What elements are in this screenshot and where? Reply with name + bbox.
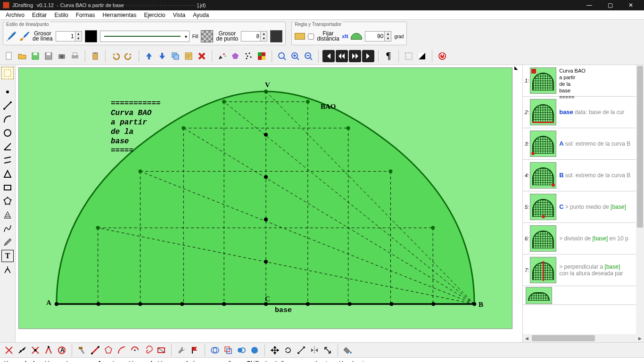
scroll-left-arrow[interactable]: ◀ [523, 334, 531, 342]
undo-button[interactable] [109, 50, 122, 62]
zoom-in-button[interactable] [289, 50, 301, 62]
close-button[interactable]: ✕ [620, 0, 641, 10]
tool-rect-red[interactable] [155, 344, 167, 356]
tool-arc2-red[interactable] [129, 344, 141, 356]
paste-button[interactable] [89, 50, 101, 62]
menu-archivo[interactable]: Archivo [2, 11, 28, 19]
ruler-icon[interactable] [295, 33, 305, 40]
tool-line-red[interactable] [89, 344, 101, 356]
tool-move[interactable] [269, 344, 281, 356]
nav-prev-button[interactable] [336, 50, 348, 62]
step-5[interactable]: 5: C > punto medio de [base] [523, 191, 644, 223]
open-button[interactable] [16, 50, 28, 62]
color-tool-button[interactable] [216, 50, 228, 62]
tool-intersect[interactable] [29, 344, 41, 356]
parallel-tool[interactable] [1, 154, 14, 166]
canvas-area[interactable]: =========== Curva BAO a partir de la bas… [16, 65, 522, 342]
move-up-button[interactable] [143, 50, 155, 62]
triangle-tool[interactable] [1, 168, 14, 180]
hatch-tool[interactable] [1, 209, 14, 221]
menu-estilo[interactable]: Estilo [50, 11, 72, 19]
menu-formas[interactable]: Formas [72, 11, 99, 19]
snapshot-button[interactable] [56, 50, 68, 62]
save-button[interactable] [29, 50, 41, 62]
copy-button[interactable] [169, 50, 182, 62]
step-6[interactable]: 6: > división de [base] en 10 p [523, 223, 644, 255]
eyedropper-icon[interactable]: 🖊️ [6, 31, 17, 41]
line-style-combo[interactable] [100, 31, 190, 42]
save-as-button[interactable] [42, 50, 55, 62]
shape-color-button[interactable] [229, 50, 241, 62]
zoom-out-button[interactable] [302, 50, 314, 62]
tool-mirror-v[interactable] [322, 344, 334, 356]
tool-circle-fill[interactable] [248, 344, 261, 356]
minimize-button[interactable]: — [579, 0, 600, 10]
tool-arc-red[interactable] [116, 344, 128, 356]
brush-icon[interactable]: 🖌️ [19, 31, 30, 41]
tool-wrench[interactable] [175, 344, 188, 356]
maximize-button[interactable]: ▢ [600, 0, 620, 10]
tool-offset[interactable] [222, 344, 234, 356]
step-2[interactable]: 2: base data: base de la cur [523, 97, 644, 128]
rectangle-tool[interactable] [1, 181, 14, 194]
line-thickness-spinner[interactable]: ▲▼ [56, 31, 82, 41]
steps-scrollbar-horizontal[interactable]: ◀ ▶ [523, 334, 644, 342]
tool-circles-blue[interactable] [235, 344, 248, 356]
drawing-canvas[interactable]: =========== Curva BAO a partir de la bas… [18, 67, 512, 329]
pencil-tool[interactable] [1, 236, 14, 248]
fill-color-swatch[interactable] [201, 30, 213, 42]
tool-compass-red[interactable] [42, 344, 55, 356]
steps-scrollbar-vertical[interactable] [636, 65, 644, 334]
protractor-icon[interactable] [351, 33, 362, 40]
arc-tool[interactable] [1, 113, 14, 125]
nav-first-button[interactable] [322, 50, 335, 62]
curve-tool[interactable] [1, 222, 14, 235]
select-tool[interactable] [1, 67, 14, 79]
pilcrow-button[interactable]: ¶ [382, 50, 395, 62]
fix-distance-checkbox[interactable] [308, 33, 314, 40]
circle-tool[interactable] [1, 127, 14, 139]
step-3[interactable]: 3: A sol: extremo de la curva B [523, 128, 644, 160]
zoom-fit-button[interactable] [276, 50, 288, 62]
nav-last-button[interactable] [362, 50, 374, 62]
tool-divide[interactable] [16, 344, 28, 356]
tool-rotate[interactable] [282, 344, 294, 356]
point-tool[interactable] [1, 86, 14, 98]
tool-bucket[interactable] [342, 344, 354, 356]
print-button[interactable] [69, 50, 81, 62]
step-4[interactable]: 4: B sol: extremo de la curva B [523, 160, 644, 191]
step-7[interactable]: 7: > perpendicular a [base]con la altura… [523, 255, 644, 286]
line-tool[interactable] [1, 99, 14, 112]
menu-ayuda[interactable]: Ayuda [189, 11, 213, 19]
tool-hammer[interactable] [76, 344, 88, 356]
compass-tool[interactable] [1, 263, 14, 276]
angle-spinner[interactable]: ▲▼ [365, 31, 391, 41]
palette-button[interactable] [256, 50, 268, 62]
angle-tool[interactable] [1, 140, 14, 153]
step-list[interactable]: 1: =========== Curva BAO a partir de la … [523, 65, 644, 334]
tool-poly-red[interactable] [102, 344, 115, 356]
tool-mirror-h[interactable] [308, 344, 321, 356]
text-tool[interactable]: T [1, 250, 14, 262]
scroll-right-arrow[interactable]: ▶ [636, 334, 644, 342]
point-color-swatch[interactable] [270, 30, 282, 42]
contrast-button[interactable] [416, 50, 428, 62]
step-1[interactable]: 1: =========== Curva BAO a partir de la … [523, 65, 644, 97]
tool-x-red[interactable] [3, 344, 15, 356]
redo-button[interactable] [123, 50, 135, 62]
new-doc-button[interactable] [3, 50, 15, 62]
tool-venn[interactable] [209, 344, 221, 356]
notes-button[interactable] [182, 50, 195, 62]
tool-scale[interactable] [295, 344, 307, 356]
line-color-swatch[interactable] [85, 30, 97, 42]
tool-flag[interactable] [189, 344, 201, 356]
menu-editar[interactable]: Editar [28, 11, 50, 19]
menu-ejercicio[interactable]: Ejercicio [140, 11, 169, 19]
menu-herramientas[interactable]: Herramientas [99, 11, 140, 19]
power-button[interactable] [436, 50, 448, 62]
move-down-button[interactable] [156, 50, 168, 62]
tool-spiral-red[interactable] [142, 344, 154, 356]
polygon-tool[interactable] [1, 195, 14, 207]
step-8-partial[interactable] [523, 286, 644, 305]
tool-arc-point[interactable]: A [56, 344, 68, 356]
